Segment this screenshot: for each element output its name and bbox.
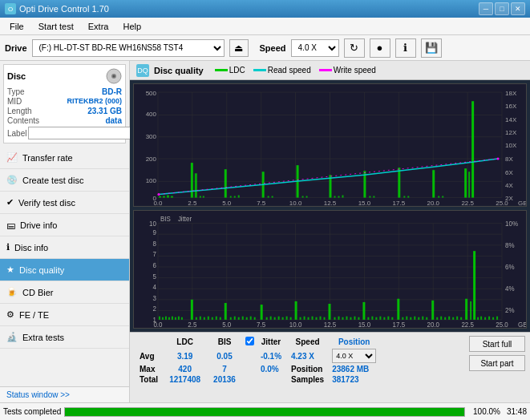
- svg-rect-80: [468, 172, 470, 197]
- max-empty: [242, 364, 257, 374]
- svg-rect-69: [342, 196, 343, 198]
- upper-chart: 0 100 200 300 400 500 18X 16X 14X 12X 10…: [133, 83, 527, 207]
- sidebar-item-cd-bier[interactable]: 🍺 CD Bier: [0, 281, 129, 304]
- menu-start-test[interactable]: Start test: [32, 20, 80, 33]
- svg-rect-206: [460, 317, 462, 319]
- svg-rect-51: [171, 196, 173, 198]
- svg-rect-173: [320, 316, 322, 319]
- progress-bar-fill: [65, 408, 464, 416]
- avg-speed-select[interactable]: 4.0 X: [330, 348, 378, 364]
- disc-label-input[interactable]: [28, 127, 135, 139]
- avg-bis: 0.05: [207, 348, 242, 364]
- start-buttons: Start full Start part: [463, 336, 525, 385]
- svg-text:200: 200: [146, 155, 157, 163]
- write-speed-legend-label: Write speed: [334, 66, 376, 75]
- maximize-button[interactable]: □: [495, 2, 509, 15]
- save-button[interactable]: 💾: [421, 38, 442, 58]
- svg-text:12.5: 12.5: [324, 200, 337, 206]
- svg-rect-139: [172, 316, 173, 319]
- eject-button[interactable]: ⏏: [229, 39, 249, 57]
- write-speed-legend-color: [319, 69, 332, 71]
- svg-rect-214: [492, 317, 494, 319]
- svg-rect-137: [165, 316, 167, 319]
- svg-rect-176: [334, 317, 335, 319]
- svg-text:22.5: 22.5: [461, 200, 474, 206]
- svg-text:Jitter: Jitter: [178, 215, 192, 222]
- svg-text:8: 8: [153, 240, 157, 247]
- start-part-button[interactable]: Start part: [469, 355, 525, 371]
- col-header-speed-val: Position: [330, 336, 378, 348]
- burn-button[interactable]: ●: [370, 38, 390, 58]
- extra-tests-label: Extra tests: [22, 333, 64, 342]
- svg-rect-61: [268, 196, 269, 198]
- create-test-disc-icon: 💿: [6, 175, 18, 185]
- svg-rect-161: [270, 316, 272, 319]
- disc-type-label: Type: [7, 87, 25, 96]
- speed-dropdown[interactable]: 4.0 X: [332, 349, 376, 363]
- sidebar-item-create-test-disc[interactable]: 💿 Create test disc: [0, 169, 129, 192]
- avg-speed-label: 4.23 X: [285, 348, 330, 364]
- status-window-button[interactable]: Status window >>: [0, 386, 129, 402]
- svg-rect-154: [238, 317, 240, 319]
- svg-text:BIS: BIS: [160, 215, 171, 222]
- svg-rect-196: [418, 317, 419, 319]
- svg-rect-215: [496, 316, 498, 319]
- svg-rect-174: [324, 317, 326, 319]
- start-full-button[interactable]: Start full: [469, 336, 525, 352]
- info-button[interactable]: ℹ: [395, 38, 416, 58]
- svg-text:2: 2: [153, 305, 157, 313]
- disc-label-label: Label: [7, 129, 26, 138]
- charts-container: 0 100 200 300 400 500 18X 16X 14X 12X 10…: [130, 80, 530, 332]
- extra-tests-icon: 🔬: [6, 332, 18, 342]
- nav-list: 📈 Transfer rate 💿 Create test disc ✔ Ver…: [0, 147, 129, 349]
- menu-help[interactable]: Help: [116, 20, 148, 33]
- svg-rect-193: [406, 316, 407, 319]
- speed-label-avg: 4.23 X: [291, 352, 314, 361]
- svg-text:22.5: 22.5: [461, 321, 474, 328]
- svg-rect-198: [426, 317, 427, 319]
- svg-text:4: 4: [153, 284, 157, 291]
- app-title: Opti Drive Control 1.70: [19, 4, 109, 14]
- sidebar-item-drive-info[interactable]: 🖴 Drive info: [0, 214, 129, 236]
- menu-file[interactable]: File: [3, 20, 30, 33]
- svg-text:8%: 8%: [505, 242, 515, 249]
- sidebar-item-extra-tests[interactable]: 🔬 Extra tests: [0, 326, 129, 349]
- speed-select[interactable]: 4.0 X: [291, 39, 339, 57]
- svg-text:7.5: 7.5: [257, 321, 266, 328]
- ldc-legend-label: LDC: [229, 66, 245, 75]
- col-header-bis: BIS: [207, 336, 242, 348]
- svg-text:2%: 2%: [505, 307, 515, 314]
- status-time: 31:48: [507, 407, 527, 416]
- svg-rect-204: [452, 317, 454, 319]
- sidebar-item-disc-quality[interactable]: ★ Disc quality: [0, 259, 129, 281]
- drive-info-icon: 🖴: [6, 220, 15, 230]
- sidebar-item-fe-te[interactable]: ⚙ FE / TE: [0, 304, 129, 326]
- menu-extra[interactable]: Extra: [82, 20, 115, 33]
- drive-select[interactable]: (F:) HL-DT-ST BD-RE WH16NS58 TST4: [32, 39, 225, 57]
- cd-bier-label: CD Bier: [22, 288, 54, 297]
- svg-rect-49: [163, 196, 165, 198]
- jitter-checkbox[interactable]: [245, 337, 254, 345]
- sidebar-item-disc-info[interactable]: ℹ Disc info: [0, 236, 129, 259]
- minimize-button[interactable]: ─: [479, 2, 493, 15]
- svg-rect-197: [422, 316, 423, 319]
- svg-text:10.0: 10.0: [289, 200, 302, 206]
- sidebar-item-transfer-rate[interactable]: 📈 Transfer rate: [0, 147, 129, 169]
- svg-text:400: 400: [146, 111, 157, 118]
- disc-section-header: Disc: [7, 68, 122, 84]
- refresh-button[interactable]: ↻: [344, 38, 365, 58]
- col-header-check: [242, 336, 257, 348]
- max-speed-key: Position: [285, 364, 330, 374]
- svg-rect-177: [338, 316, 339, 319]
- close-button[interactable]: ✕: [511, 2, 525, 15]
- total-speed-val: 381723: [330, 374, 378, 385]
- svg-rect-77: [438, 196, 439, 198]
- sidebar-item-verify-test-disc[interactable]: ✔ Verify test disc: [0, 192, 129, 214]
- stats-content: LDC BIS Jitter Speed Position: [135, 336, 525, 385]
- create-test-disc-label: Create test disc: [22, 176, 83, 185]
- svg-rect-75: [407, 196, 409, 198]
- svg-rect-81: [471, 101, 474, 197]
- svg-rect-209: [473, 251, 475, 320]
- svg-rect-210: [477, 317, 479, 319]
- avg-empty: [242, 348, 257, 364]
